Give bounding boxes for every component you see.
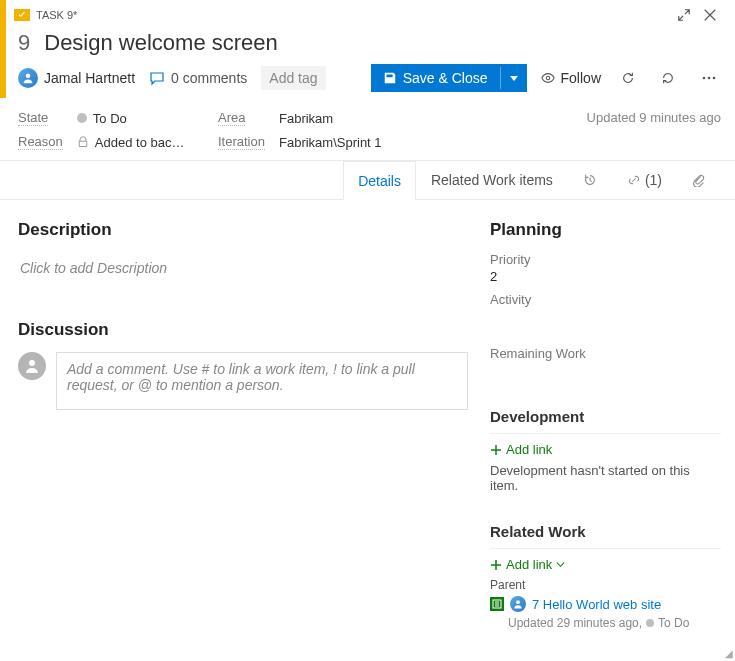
undo-button[interactable] <box>655 67 681 89</box>
comment-icon <box>149 70 165 86</box>
close-button[interactable] <box>697 4 723 26</box>
workitem-title[interactable]: Design welcome screen <box>44 30 278 56</box>
workitem-id: 9 <box>18 30 30 56</box>
avatar-icon <box>510 596 526 612</box>
reason-label: Reason <box>18 134 63 150</box>
chevron-down-icon <box>556 560 565 569</box>
svg-point-2 <box>703 77 706 80</box>
area-picker[interactable]: Fabrikam <box>279 111 448 126</box>
svg-point-7 <box>516 600 520 604</box>
accent-bar <box>0 0 6 98</box>
development-add-link[interactable]: Add link <box>490 442 721 457</box>
refresh-icon <box>621 71 635 85</box>
area-label: Area <box>218 110 245 126</box>
parent-label: Parent <box>490 578 721 592</box>
development-heading: Development <box>490 408 721 425</box>
description-heading: Description <box>18 220 468 240</box>
undo-icon <box>661 71 675 85</box>
related-add-link[interactable]: Add link <box>490 557 721 572</box>
remaining-field[interactable] <box>490 363 721 378</box>
description-input[interactable]: Click to add Description <box>18 252 468 296</box>
refresh-button[interactable] <box>615 67 641 89</box>
tab-details[interactable]: Details <box>343 161 416 200</box>
close-icon <box>703 8 717 22</box>
svg-point-0 <box>26 74 31 79</box>
state-label: State <box>18 110 48 126</box>
svg-point-1 <box>546 76 550 80</box>
comments-count[interactable]: 0 comments <box>149 70 247 86</box>
follow-button[interactable]: Follow <box>541 70 601 86</box>
expand-icon <box>677 8 691 22</box>
priority-label: Priority <box>490 252 721 267</box>
eye-icon <box>541 71 555 85</box>
ellipsis-icon <box>701 70 717 86</box>
state-picker[interactable]: To Do <box>77 111 218 126</box>
add-tag-button[interactable]: Add tag <box>261 66 325 90</box>
plus-icon <box>490 444 502 456</box>
save-dropdown[interactable] <box>500 67 527 89</box>
state-dot-icon <box>646 619 654 627</box>
planning-heading: Planning <box>490 220 721 240</box>
pbi-icon <box>490 597 504 611</box>
link-icon <box>627 173 641 187</box>
avatar-icon <box>18 68 38 88</box>
priority-field[interactable]: 2 <box>490 269 721 284</box>
more-actions-button[interactable] <box>695 66 723 90</box>
task-type-label: TASK 9* <box>36 9 77 21</box>
svg-point-3 <box>708 77 711 80</box>
tab-related[interactable]: Related Work items <box>416 161 568 199</box>
related-heading: Related Work <box>490 523 721 540</box>
assignee-name: Jamal Hartnett <box>44 70 135 86</box>
discussion-avatar-icon <box>18 352 46 380</box>
development-empty-text: Development hasn't started on this item. <box>490 463 721 493</box>
lock-icon <box>77 136 89 148</box>
tab-history[interactable] <box>568 161 612 199</box>
parent-state: To Do <box>658 616 689 630</box>
svg-point-5 <box>29 360 35 366</box>
expand-button[interactable] <box>671 4 697 26</box>
parent-link-row[interactable]: 7 Hello World web site <box>490 596 721 612</box>
state-dot-icon <box>77 113 87 123</box>
tab-attachments[interactable] <box>677 161 721 199</box>
svg-point-4 <box>713 77 716 80</box>
divider <box>490 548 721 549</box>
parent-updated: Updated 29 minutes ago, <box>508 616 642 630</box>
task-type-chip <box>14 9 30 21</box>
iteration-picker[interactable]: Fabrikam\Sprint 1 <box>279 135 448 150</box>
save-close-button[interactable]: Save & Close <box>371 64 527 92</box>
tab-links[interactable]: (1) <box>612 161 677 199</box>
assignee-picker[interactable]: Jamal Hartnett <box>18 68 135 88</box>
remaining-label: Remaining Work <box>490 346 721 361</box>
history-icon <box>583 173 597 187</box>
divider <box>490 433 721 434</box>
discussion-input[interactable]: Add a comment. Use # to link a work item… <box>56 352 468 410</box>
attachment-icon <box>692 173 706 187</box>
resize-grip-icon[interactable]: ◢ <box>725 648 733 659</box>
check-icon <box>17 10 27 20</box>
chevron-down-icon <box>509 73 519 83</box>
discussion-heading: Discussion <box>18 320 468 340</box>
activity-label: Activity <box>490 292 721 307</box>
reason-picker[interactable]: Added to bac… <box>77 135 218 150</box>
activity-field[interactable] <box>490 309 721 324</box>
updated-text: Updated 9 minutes ago <box>587 110 721 150</box>
plus-icon <box>490 559 502 571</box>
save-icon <box>383 71 397 85</box>
iteration-label: Iteration <box>218 134 265 150</box>
